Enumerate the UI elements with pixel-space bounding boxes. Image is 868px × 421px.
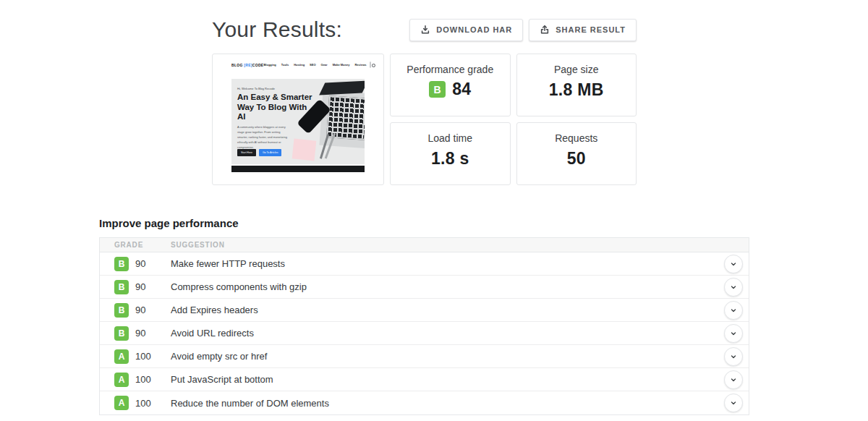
chevron-down-icon [729, 375, 738, 384]
mini-cta-primary: Start Here [237, 149, 256, 156]
grade-score: 90 [135, 328, 171, 339]
table-row[interactable]: B 90 Avoid URL redirects [100, 322, 749, 345]
download-icon [420, 25, 430, 35]
improve-section: Improve page performance GRADE SUGGESTIO… [99, 217, 749, 415]
expand-row-button[interactable] [724, 394, 743, 412]
expand-row-button[interactable] [724, 301, 743, 320]
mini-site-logo: BLOG [RE]CODE [231, 63, 263, 67]
suggestion-text: Add Expires headers [171, 305, 258, 315]
grade-score: 100 [135, 374, 171, 385]
website-thumbnail: BLOG [RE]CODE BloggingToolsHostingSEOGea… [212, 54, 384, 185]
mini-nav-item: SEO [310, 63, 315, 67]
suggestion-text: Avoid URL redirects [171, 328, 254, 339]
grade-badge: A [114, 396, 129, 410]
speed-test-results-page: Your Results: DOWNLOAD HAR [0, 0, 868, 421]
results-grid: BLOG [RE]CODE BloggingToolsHostingSEOGea… [212, 54, 637, 185]
metric-card-performance-grade: Performance grade B 84 [390, 54, 511, 116]
metric-label: Performance grade [391, 64, 510, 75]
chevron-down-icon [729, 260, 738, 268]
results-block: Your Results: DOWNLOAD HAR [212, 17, 637, 185]
grade-score: 90 [135, 281, 171, 292]
expand-row-button[interactable] [724, 255, 743, 273]
improve-heading: Improve page performance [99, 217, 749, 229]
download-har-button[interactable]: DOWNLOAD HAR [409, 19, 523, 41]
table-row[interactable]: B 90 Compress components with gzip [100, 276, 749, 299]
grade-score: 100 [135, 398, 171, 409]
suggestions-table: GRADE SUGGESTION B 90 Make fewer HTTP re… [99, 237, 749, 415]
share-icon [540, 25, 550, 35]
mini-nav-item: Blogging [263, 63, 276, 67]
metric-card-page-size: Page size 1.8 MB [516, 54, 637, 116]
grade-badge: B [114, 303, 129, 318]
expand-row-button[interactable] [724, 370, 743, 389]
suggestion-text: Avoid empty src or href [171, 351, 267, 362]
mini-nav-item: Gear [321, 63, 328, 67]
metric-value: 50 [517, 149, 637, 169]
mini-welcome-text: Hi, Welcome To Blog Recode [237, 87, 275, 90]
mini-nav-item: Make Money [333, 63, 350, 67]
chevron-down-icon [729, 352, 738, 361]
share-result-button[interactable]: SHARE RESULT [529, 19, 637, 41]
laptop-lid-shape [319, 80, 365, 95]
page-title: Your Results: [212, 17, 342, 42]
grade-badge: B [429, 81, 446, 98]
metric-value: 1.8 MB [517, 80, 637, 100]
mini-nav-item: Hosting [294, 63, 305, 67]
expand-row-button[interactable] [724, 347, 743, 366]
grade-badge: B [114, 280, 129, 294]
suggestion-text: Make fewer HTTP requests [171, 258, 285, 269]
sticky-note-shape [292, 138, 317, 161]
grade-badge: B [114, 326, 129, 341]
chevron-down-icon [729, 283, 738, 292]
grade-score: 100 [135, 351, 171, 362]
mini-site-nav: BloggingToolsHostingSEOGearMake MoneyRev… [263, 63, 366, 67]
grade-score: 90 [135, 258, 171, 269]
grade-badge: B [114, 257, 129, 271]
mini-search-icon [370, 61, 371, 68]
grade-score: 90 [135, 305, 171, 315]
chevron-down-icon [729, 306, 738, 315]
mini-nav-item: Tools [281, 63, 289, 67]
chevron-down-icon [729, 329, 738, 338]
metrics-grid: Performance grade B 84 Page size 1.8 MB … [390, 54, 637, 185]
table-row[interactable]: B 90 Make fewer HTTP requests [100, 252, 749, 276]
suggestion-text: Put JavaScript at bottom [171, 374, 273, 385]
results-header: Your Results: DOWNLOAD HAR [212, 17, 637, 42]
mini-site: BLOG [RE]CODE BloggingToolsHostingSEOGea… [231, 61, 365, 177]
chevron-down-icon [729, 399, 738, 407]
download-button-label: DOWNLOAD HAR [436, 25, 512, 34]
column-header-suggestion: SUGGESTION [171, 241, 225, 249]
table-row[interactable]: A 100 Avoid empty src or href [100, 345, 749, 368]
share-button-label: SHARE RESULT [556, 25, 626, 34]
metric-card-load-time: Load time 1.8 s [390, 122, 511, 185]
mini-paragraph: A community where bloggers at every stag… [237, 124, 291, 150]
mini-site-header: BLOG [RE]CODE BloggingToolsHostingSEOGea… [231, 61, 365, 77]
keyboard-shape [326, 95, 365, 140]
table-row[interactable]: A 100 Put JavaScript at bottom [100, 368, 749, 391]
content-container: Your Results: DOWNLOAD HAR [99, 0, 749, 415]
suggestion-text: Reduce the number of DOM elements [171, 398, 329, 409]
table-header-row: GRADE SUGGESTION [100, 238, 749, 252]
mini-site-hero: Hi, Welcome To Blog Recode An Easy & Sma… [231, 79, 365, 164]
grade-badge: A [114, 349, 129, 364]
metric-card-requests: Requests 50 [516, 122, 637, 185]
metric-label: Load time [391, 132, 510, 144]
mini-cta-secondary: Go To Articles [259, 149, 282, 156]
metric-value: 1.8 s [391, 149, 510, 169]
table-body: B 90 Make fewer HTTP requests B 90 Compr… [100, 252, 749, 414]
expand-row-button[interactable] [724, 324, 743, 343]
column-header-grade: GRADE [114, 241, 171, 249]
mini-nav-item: Reviews [354, 63, 366, 67]
mini-cta-row: Start Here Go To Articles [237, 149, 281, 156]
mini-site-footer [231, 166, 365, 172]
table-row[interactable]: B 90 Add Expires headers [100, 299, 749, 322]
header-buttons: DOWNLOAD HAR SHARE RESULT [409, 19, 637, 41]
metric-label: Requests [517, 132, 637, 144]
table-row[interactable]: A 100 Reduce the number of DOM elements [100, 391, 749, 414]
grade-badge: A [114, 373, 129, 387]
suggestion-text: Compress components with gzip [171, 281, 307, 292]
metric-value: 84 [452, 80, 471, 99]
mini-headline: An Easy & Smarter Way To Blog With AI [237, 93, 312, 122]
metric-label: Page size [517, 64, 637, 75]
expand-row-button[interactable] [724, 278, 743, 297]
